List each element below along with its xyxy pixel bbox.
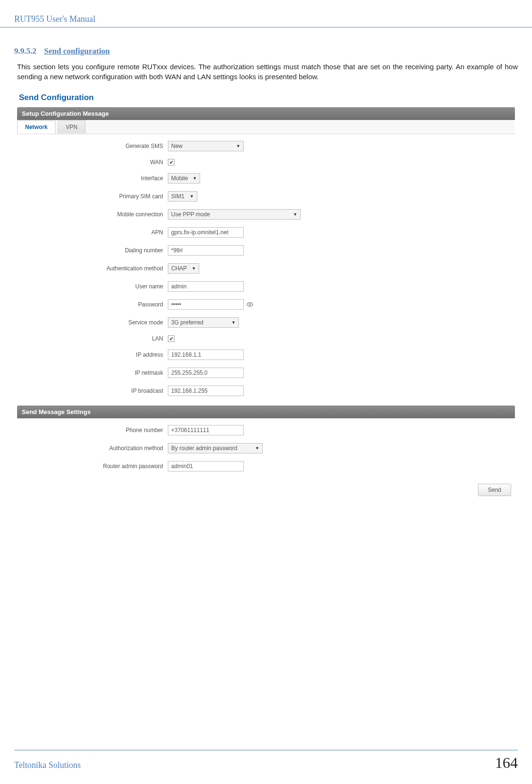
label-authorization-method: Authorization method [17,445,168,452]
label-wan: WAN [17,159,168,166]
intro-paragraph: This section lets you configure remote R… [0,56,518,90]
input-ip-netmask[interactable] [168,368,244,378]
label-user-name: User name [17,283,168,290]
select-interface-value: Mobile [171,175,188,182]
chevron-down-icon: ▼ [236,144,240,148]
select-primary-sim-value: SIM1 [171,193,184,200]
footer-company: Teltonika Solutions [14,760,81,770]
panel-setup-message: Setup Configuration Message [17,107,515,120]
label-ip-broadcast: IP broadcast [17,387,168,394]
select-mobile-connection-value: Use PPP mode [171,211,210,218]
panel-send-settings: Send Message Settings [17,406,515,418]
select-authorization-method-value: By router admin password [171,445,237,452]
label-router-password: Router admin password [17,463,168,470]
chevron-down-icon: ▼ [190,194,194,199]
input-password[interactable] [168,299,244,310]
input-dialing-number[interactable] [168,245,244,256]
checkbox-lan[interactable]: ✔ [168,335,174,342]
page-footer: Teltonika Solutions 164 [14,750,518,772]
chevron-down-icon: ▼ [231,320,236,325]
ui-title: Send Configuration [17,90,515,107]
select-service-mode[interactable]: 3G preferred ▼ [168,317,239,328]
input-ip-address[interactable] [168,350,244,360]
chevron-down-icon: ▼ [255,446,259,451]
select-primary-sim[interactable]: SIM1 ▼ [168,191,197,202]
label-dialing-number: Dialing number [17,247,168,254]
label-generate-sms: Generate SMS [17,143,168,149]
label-phone-number: Phone number [17,427,168,434]
chevron-down-icon: ▼ [293,212,297,217]
label-apn: APN [17,229,168,236]
input-user-name[interactable] [168,281,244,292]
input-router-password[interactable] [168,461,244,471]
label-service-mode: Service mode [17,319,168,326]
section-heading: 9.9.5.2 Send configuration [0,46,518,56]
section-number: 9.9.5.2 [14,46,37,55]
section-title: Send configuration [44,46,110,55]
select-generate-sms[interactable]: New ▼ [168,141,244,151]
screenshot-panel: Send Configuration Setup Configuration M… [17,90,515,496]
select-interface[interactable]: Mobile ▼ [168,173,200,184]
page-number: 164 [495,754,518,772]
tab-network[interactable]: Network [17,120,55,134]
tab-vpn[interactable]: VPN [58,120,86,133]
label-ip-netmask: IP netmask [17,369,168,376]
label-lan: LAN [17,335,168,342]
input-apn[interactable] [168,227,244,238]
label-primary-sim: Primary SIM card [17,193,168,200]
tabs-row: Network VPN [17,120,515,134]
input-ip-broadcast[interactable] [168,386,244,396]
svg-point-0 [249,304,251,305]
eye-icon[interactable] [247,301,253,308]
page-header: RUT955 User's Manual [0,14,532,28]
chevron-down-icon: ▼ [193,176,197,181]
send-button[interactable]: Send [478,484,511,496]
select-auth-method[interactable]: CHAP ▼ [168,263,199,274]
label-mobile-connection: Mobile connection [17,211,168,218]
label-auth-method: Authentication method [17,265,168,272]
checkbox-wan[interactable]: ✔ [168,159,174,166]
select-authorization-method[interactable]: By router admin password ▼ [168,443,263,453]
select-service-mode-value: 3G preferred [171,319,203,326]
select-mobile-connection[interactable]: Use PPP mode ▼ [168,209,301,220]
chevron-down-icon: ▼ [192,266,196,271]
label-password: Password [17,301,168,308]
input-phone-number[interactable] [168,425,244,435]
label-ip-address: IP address [17,351,168,358]
label-interface: Interface [17,175,168,182]
select-auth-method-value: CHAP [171,265,187,272]
select-generate-sms-value: New [171,143,183,149]
